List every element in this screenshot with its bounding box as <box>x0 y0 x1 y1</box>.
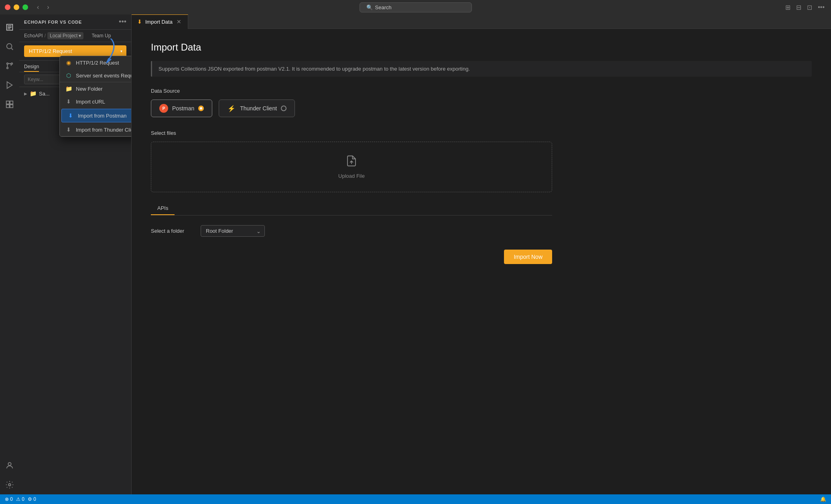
forward-button[interactable]: › <box>45 3 51 12</box>
activity-git[interactable] <box>0 56 19 75</box>
import-postman-icon: ⬇ <box>67 112 74 119</box>
tab-label: Import Data <box>145 19 173 25</box>
maximize-button[interactable] <box>22 4 28 10</box>
status-bar: ⊗ 0 ⚠ 0 ⚙ 0 🔔 <box>0 494 831 504</box>
svg-rect-6 <box>6 101 9 104</box>
breadcrumb-root[interactable]: EchoAPI <box>24 33 43 39</box>
content-area: Import Data Supports Collections JSON ex… <box>132 29 831 494</box>
info-text: Supports Collections JSON exported from … <box>158 66 470 72</box>
sidebar-title: ECHOAPI FOR VS CODE <box>24 20 82 24</box>
select-folder-row: Select a folder Root Folder ⌄ <box>151 225 552 237</box>
status-errors: ⊗ 0 <box>5 496 13 502</box>
search-icon: 🔍 <box>366 4 373 10</box>
sse-icon: ⬡ <box>65 72 72 79</box>
activity-extensions[interactable] <box>0 95 19 114</box>
svg-point-10 <box>8 463 11 465</box>
activity-bar <box>0 14 19 494</box>
tab-close-button[interactable]: ✕ <box>176 18 182 26</box>
breadcrumb: EchoAPI / Local Project ▾ Team Up <box>19 30 131 42</box>
tab-import-data[interactable]: ⬇ Import Data ✕ <box>132 14 188 29</box>
http-icon: ◉ <box>65 59 72 66</box>
dropdown-item-http12[interactable]: ◉ HTTP/1/2 Request <box>60 56 132 69</box>
new-request-button[interactable]: HTTP/1/2 Request ▾ <box>24 45 126 57</box>
activity-run[interactable] <box>0 75 19 95</box>
panel-icon[interactable]: ⊡ <box>805 3 814 12</box>
page-title: Import Data <box>151 42 812 53</box>
main-content: ⬇ Import Data ✕ Import Data Supports Col… <box>132 14 831 494</box>
folder-icon: 📁 <box>30 90 37 97</box>
tree-item-label: Sa... <box>39 91 50 97</box>
split-icon[interactable]: ⊟ <box>794 3 803 12</box>
dropdown-item-import-postman[interactable]: ⬇ Import from Postman <box>61 109 132 122</box>
dropdown-item-sse[interactable]: ⬡ Server sent events Request <box>60 69 132 82</box>
select-files-section: Select files Upload File <box>151 130 812 192</box>
folder-select[interactable]: Root Folder <box>201 225 265 237</box>
sidebar: ECHOAPI FOR VS CODE ••• EchoAPI / Local … <box>19 14 132 494</box>
source-postman-label: Postman <box>172 105 194 112</box>
breadcrumb-sep: / <box>45 33 46 39</box>
tab-apis[interactable]: APIs <box>151 202 175 215</box>
dropdown-item-sse-label: Server sent events Request <box>76 73 132 79</box>
dropdown-section-2: 📁 New Folder ⬇ Import cURL ⬇ Import from… <box>60 82 132 136</box>
new-folder-icon: 📁 <box>65 85 72 92</box>
activity-search[interactable] <box>0 37 19 56</box>
titlebar: ‹ › 🔍 Search ⊞ ⊟ ⊡ ••• <box>0 0 831 14</box>
search-bar[interactable]: 🔍 Search <box>360 2 472 12</box>
search-placeholder: Search <box>375 4 392 10</box>
svg-rect-9 <box>10 105 13 108</box>
new-request-label: HTTP/1/2 Request <box>29 48 72 54</box>
activity-settings[interactable] <box>0 475 19 494</box>
data-source-label: Data Source <box>151 88 812 94</box>
status-notification: 🔔 <box>820 496 826 502</box>
dropdown-menu: ◉ HTTP/1/2 Request ⬡ Server sent events … <box>59 56 132 137</box>
dropdown-item-new-folder[interactable]: 📁 New Folder <box>60 82 132 95</box>
svg-point-0 <box>7 44 12 49</box>
source-thunder-label: Thunder Client <box>240 105 277 112</box>
upload-text: Upload File <box>338 173 365 179</box>
sidebar-more-button[interactable]: ••• <box>119 18 126 26</box>
dropdown-item-import-curl[interactable]: ⬇ Import cURL <box>60 95 132 108</box>
status-left: ⊗ 0 ⚠ 0 ⚙ 0 <box>5 496 36 502</box>
tab-icon: ⬇ <box>137 18 142 25</box>
status-right: 🔔 <box>820 496 826 502</box>
import-curl-icon: ⬇ <box>65 98 72 105</box>
svg-marker-5 <box>7 82 12 89</box>
activity-account[interactable] <box>0 456 19 475</box>
svg-rect-8 <box>6 105 9 108</box>
team-up-link[interactable]: Team Up <box>91 33 111 39</box>
folder-select-wrapper: Root Folder ⌄ <box>201 225 265 237</box>
search-area: 🔍 Search <box>360 2 472 12</box>
import-now-button[interactable]: Import Now <box>504 250 552 264</box>
back-button[interactable]: ‹ <box>35 3 41 12</box>
thunder-radio <box>281 106 286 111</box>
sidebar-tab-design[interactable]: Design <box>24 62 39 72</box>
dropdown-item-import-postman-label: Import from Postman <box>78 113 126 119</box>
main-layout: ECHOAPI FOR VS CODE ••• EchoAPI / Local … <box>0 14 831 494</box>
svg-point-4 <box>7 67 8 69</box>
close-button[interactable] <box>5 4 10 10</box>
activity-explorer[interactable] <box>0 18 19 37</box>
breadcrumb-project-dropdown[interactable]: Local Project ▾ <box>47 32 83 39</box>
tree-arrow-icon: ▶ <box>24 91 27 96</box>
upload-file-icon <box>345 155 358 170</box>
more-icon[interactable]: ••• <box>816 3 826 12</box>
minimize-button[interactable] <box>14 4 19 10</box>
nav-buttons: ‹ › <box>35 3 52 12</box>
content-tabs: APIs <box>151 202 552 215</box>
dropdown-item-http12-label: HTTP/1/2 Request <box>76 60 119 66</box>
layout-icon[interactable]: ⊞ <box>784 3 792 12</box>
traffic-lights <box>5 4 28 10</box>
svg-rect-7 <box>10 101 13 104</box>
tab-bar: ⬇ Import Data ✕ <box>132 14 831 29</box>
upload-area[interactable]: Upload File <box>151 142 552 192</box>
source-postman[interactable]: P Postman <box>151 100 212 117</box>
import-thunder-icon: ⬇ <box>65 126 72 133</box>
sidebar-header: ECHOAPI FOR VS CODE ••• <box>19 14 131 30</box>
source-thunder[interactable]: ⚡ Thunder Client <box>219 100 295 117</box>
dropdown-item-import-curl-label: Import cURL <box>76 99 105 105</box>
svg-point-2 <box>7 63 8 65</box>
dropdown-item-import-thunder[interactable]: ⬇ Import from Thunder Client <box>60 123 132 136</box>
dropdown-arrow-icon: ▾ <box>120 49 122 53</box>
postman-radio <box>198 106 204 111</box>
breadcrumb-project: Local Project <box>50 33 77 39</box>
